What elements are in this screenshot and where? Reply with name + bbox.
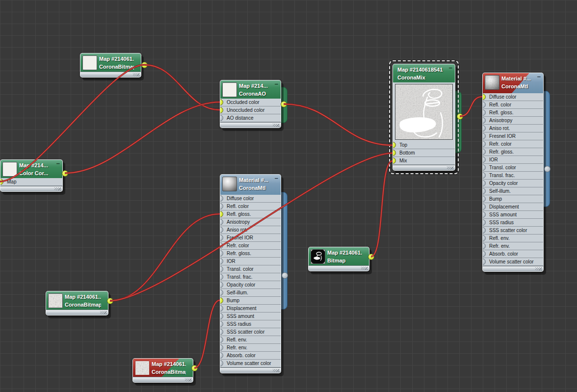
socket-row[interactable]: Occluded color — [220, 99, 281, 106]
output-socket[interactable] — [544, 166, 551, 172]
socket-row[interactable]: Self-illum. — [220, 289, 281, 297]
input-socket[interactable] — [393, 142, 396, 148]
socket-row[interactable]: SSS scatter color — [483, 227, 543, 235]
node-header[interactable]: Material #...CoronaMtl– — [482, 73, 544, 93]
input-socket[interactable] — [483, 219, 486, 226]
resize-grip-icon[interactable] — [185, 378, 191, 381]
input-socket[interactable] — [220, 266, 223, 272]
collapse-icon[interactable]: – — [56, 160, 60, 166]
input-socket[interactable] — [220, 227, 223, 233]
node-header[interactable]: Map #214061...CoronaBitmap — [132, 358, 193, 377]
input-socket[interactable] — [220, 344, 223, 351]
socket-row[interactable]: Diffuse color — [483, 93, 543, 101]
wire-corona-mix-to-material-right[interactable] — [460, 97, 482, 116]
socket-row[interactable]: Volume scatter color — [483, 258, 543, 266]
node-header[interactable]: Map #214061...CoronaBitmap — [46, 291, 108, 310]
socket-row[interactable]: Transl. frac. — [220, 273, 281, 281]
input-socket[interactable] — [483, 109, 486, 116]
collapse-icon[interactable]: – — [275, 81, 278, 87]
output-socket[interactable] — [62, 170, 68, 177]
socket-row[interactable]: SSS amount — [483, 211, 543, 219]
collapse-icon[interactable]: – — [537, 74, 541, 79]
socket-row[interactable]: Transl. color — [220, 265, 281, 273]
input-socket[interactable] — [220, 274, 223, 280]
socket-row[interactable]: Transl. frac. — [483, 172, 543, 180]
socket-row[interactable]: Refr. gloss. — [220, 250, 281, 258]
input-socket[interactable] — [483, 204, 486, 210]
input-socket[interactable] — [483, 117, 486, 124]
resize-grip-icon[interactable] — [54, 187, 61, 190]
input-socket[interactable] — [483, 196, 486, 202]
socket-row[interactable]: Top — [393, 141, 455, 149]
wire-bitmap-doodle-to-corona-mix[interactable] — [371, 161, 393, 257]
node-material-center[interactable]: Material #...CoronaMtl–Diffuse colorRefl… — [220, 174, 281, 373]
resize-grip-icon[interactable] — [100, 311, 106, 314]
resize-grip-icon[interactable] — [133, 73, 139, 76]
node-header[interactable]: Map #214...Color Cor...– — [0, 159, 63, 178]
socket-row[interactable]: Refr. gloss. — [483, 148, 543, 156]
input-socket[interactable] — [220, 195, 223, 202]
node-header[interactable]: Map #214061...CoronaBitmap — [80, 53, 141, 72]
node-header[interactable]: Material #...CoronaMtl– — [220, 174, 281, 195]
input-socket[interactable] — [483, 172, 486, 179]
socket-row[interactable]: Refl. gloss. — [220, 210, 281, 218]
socket-row[interactable]: Transl. color — [483, 164, 543, 172]
socket-row[interactable]: Anisotropy — [220, 218, 281, 226]
node-bitmap-red[interactable]: Map #214061...CoronaBitmap — [132, 358, 193, 383]
input-socket[interactable] — [0, 179, 3, 185]
socket-row[interactable]: IOR — [220, 258, 281, 265]
input-socket[interactable] — [220, 258, 223, 264]
input-socket[interactable] — [220, 203, 223, 209]
input-socket[interactable] — [220, 321, 223, 327]
output-socket[interactable] — [281, 101, 287, 107]
input-socket[interactable] — [483, 180, 486, 186]
input-socket[interactable] — [220, 329, 223, 335]
input-socket[interactable] — [220, 242, 223, 249]
node-corona-mix[interactable]: Map #2140618541CoronaMix–TopBottomMix — [393, 64, 455, 171]
input-socket[interactable] — [220, 282, 223, 288]
socket-row[interactable]: Displacement — [220, 305, 281, 313]
input-socket[interactable] — [483, 235, 486, 241]
resize-grip-icon[interactable] — [447, 166, 453, 169]
wire-bitmap-bottom-left-to-material-center[interactable] — [110, 214, 220, 301]
socket-row[interactable]: Diffuse color — [220, 195, 281, 203]
node-graph-canvas[interactable]: Map #214061...CoronaBitmapMap #214...Cor… — [0, 0, 577, 392]
node-header[interactable]: Map #214...CoronaAO– — [220, 80, 281, 99]
input-socket[interactable] — [483, 94, 486, 100]
socket-row[interactable]: Refl. env. — [483, 235, 543, 242]
input-socket[interactable] — [220, 250, 223, 257]
socket-row[interactable]: Volume scatter color — [220, 360, 281, 367]
socket-row[interactable]: AO distance — [220, 114, 281, 122]
resize-grip-icon[interactable] — [535, 267, 542, 270]
node-material-right[interactable]: Material #...CoronaMtl–Diffuse colorRefl… — [482, 73, 544, 272]
node-header[interactable]: Map #2140618541CoronaMix– — [393, 64, 455, 82]
socket-row[interactable]: Unoccluded color — [220, 106, 281, 114]
input-socket[interactable] — [483, 251, 486, 257]
output-socket[interactable] — [457, 113, 463, 120]
output-socket[interactable] — [368, 254, 374, 260]
wire-bitmap-top-left-to-corona-ao[interactable] — [144, 65, 220, 110]
output-socket[interactable] — [191, 365, 198, 371]
socket-row[interactable]: SSS radius — [483, 219, 543, 227]
wire-corona-ao-to-corona-mix[interactable] — [284, 104, 393, 145]
input-socket[interactable] — [483, 141, 486, 147]
input-socket[interactable] — [483, 149, 486, 155]
socket-row[interactable]: Opacity color — [220, 281, 281, 289]
socket-row[interactable]: SSS scatter color — [220, 328, 281, 336]
socket-row[interactable]: Bump — [220, 297, 281, 305]
node-bitmap-bottom-left[interactable]: Map #214061...CoronaBitmap — [46, 291, 108, 315]
input-socket[interactable] — [220, 297, 223, 304]
socket-row[interactable]: Fresnel IOR — [483, 132, 543, 140]
input-socket[interactable] — [220, 360, 223, 366]
input-socket[interactable] — [220, 305, 223, 312]
input-socket[interactable] — [483, 164, 486, 171]
input-socket[interactable] — [483, 188, 486, 194]
socket-row[interactable]: Fresnel IOR — [220, 234, 281, 242]
socket-row[interactable]: Refr. color — [483, 140, 543, 148]
input-socket[interactable] — [220, 313, 223, 319]
node-bitmap-doodle[interactable]: Map #214061...Bitmap — [308, 247, 369, 271]
socket-row[interactable]: Refr. env. — [483, 242, 543, 250]
socket-row[interactable]: Refr. env. — [220, 344, 281, 352]
socket-row[interactable]: Displacement — [483, 203, 543, 211]
socket-row[interactable]: Bump — [483, 195, 543, 203]
